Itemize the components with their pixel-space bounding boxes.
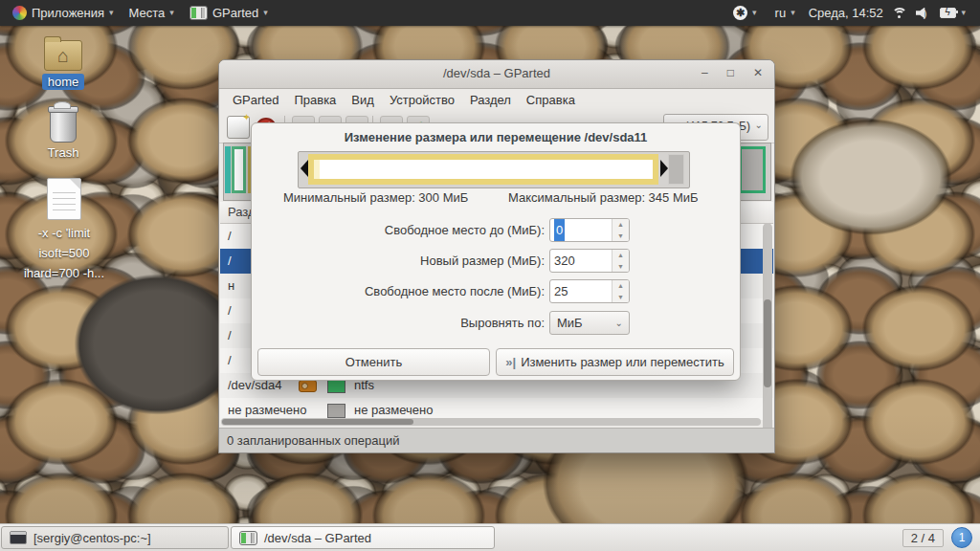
menu-partition[interactable]: Раздел bbox=[462, 93, 519, 107]
applications-menu[interactable]: Приложения ▾ bbox=[8, 0, 119, 26]
align-to-value: МиБ bbox=[557, 312, 583, 334]
keyboard-layout-menu[interactable]: ru ▾ bbox=[770, 0, 800, 26]
free-before-value: 0 bbox=[554, 219, 565, 241]
min-size-label: Минимальный размер: 300 МиБ bbox=[283, 190, 468, 205]
slider-left-handle[interactable] bbox=[301, 160, 308, 177]
spin-buttons[interactable]: ▲▼ bbox=[612, 280, 629, 302]
taskbar: [sergiy@centos-pc:~] /dev/sda – GParted … bbox=[0, 523, 980, 551]
partition-name: не размечено bbox=[228, 398, 306, 420]
app-menu-gparted[interactable]: GParted ▾ bbox=[185, 0, 273, 26]
status-bar: 0 запланированных операций bbox=[219, 428, 774, 452]
free-after-value: 25 bbox=[554, 280, 568, 302]
volume-indicator[interactable]: ) bbox=[916, 8, 927, 19]
accessibility-menu[interactable]: ✱ ▾ bbox=[728, 0, 762, 26]
menu-help[interactable]: Справка bbox=[519, 93, 583, 107]
clock[interactable]: Среда, 14:52 bbox=[809, 6, 883, 20]
trash-icon-label: Trash bbox=[34, 145, 92, 160]
max-size-label: Максимальный размер: 345 МиБ bbox=[508, 190, 699, 205]
chevron-down-icon: ▾ bbox=[169, 9, 174, 17]
dialog-title: Изменение размера или перемещение /dev/s… bbox=[252, 130, 740, 144]
vertical-scrollbar[interactable] bbox=[763, 223, 772, 443]
taskbar-gparted-button[interactable]: /dev/sda – GParted bbox=[231, 526, 495, 549]
minimize-button[interactable]: – bbox=[702, 66, 708, 79]
align-to-label: Выровнять по: bbox=[257, 311, 545, 336]
resize-dialog: Изменение размера или перемещение /dev/s… bbox=[251, 122, 741, 381]
desktop: Приложения ▾ Места ▾ GParted ▾ ✱ ▾ ru ▾ bbox=[0, 0, 980, 551]
file-label-line2: isoft=500 bbox=[11, 243, 117, 263]
places-menu-label: Места bbox=[129, 6, 166, 20]
distro-logo-icon bbox=[12, 6, 27, 20]
free-before-label: Свободное место до (МиБ): bbox=[257, 218, 545, 243]
chevron-down-icon: ▾ bbox=[961, 9, 966, 17]
applications-menu-label: Приложения bbox=[32, 6, 104, 20]
desktop-icon-file[interactable]: -x -c 'limit isoft=500 ihard=700 -h... bbox=[11, 178, 117, 283]
partition-segment-teal[interactable] bbox=[225, 146, 231, 193]
battery-menu[interactable]: ϟ ▾ bbox=[935, 0, 970, 26]
table-row-unallocated[interactable]: не размечено не размечено bbox=[220, 398, 773, 420]
home-folder-icon: ⌂ bbox=[44, 40, 82, 71]
desktop-icon-trash[interactable]: Trash bbox=[34, 109, 92, 160]
menu-gparted[interactable]: GParted bbox=[225, 93, 286, 107]
gparted-titlebar[interactable]: /dev/sda – GParted – □ ✕ bbox=[219, 60, 774, 89]
spin-up-icon: ▲ bbox=[612, 280, 629, 291]
resize-move-icon: »| bbox=[505, 355, 516, 369]
gparted-window-label: /dev/sda – GParted bbox=[264, 531, 371, 545]
workspace-indicator[interactable]: 2 / 4 bbox=[902, 529, 944, 547]
scrollbar-thumb[interactable] bbox=[222, 419, 413, 425]
filesystem-color-swatch bbox=[327, 379, 345, 393]
chevron-down-icon: ⌄ bbox=[615, 312, 623, 334]
chevron-down-icon: ▾ bbox=[752, 9, 757, 17]
new-size-value: 320 bbox=[554, 250, 575, 272]
free-after-spinbox[interactable]: 25 ▲▼ bbox=[549, 279, 630, 303]
filesystem-label: не размечено bbox=[354, 398, 433, 420]
chevron-down-icon: ▾ bbox=[263, 9, 268, 17]
accessibility-icon: ✱ bbox=[733, 6, 747, 20]
window-title: /dev/sda – GParted bbox=[219, 66, 774, 80]
top-panel: Приложения ▾ Места ▾ GParted ▾ ✱ ▾ ru ▾ bbox=[0, 0, 980, 26]
partition-segment-green-right[interactable] bbox=[739, 146, 766, 193]
slider-right-handle[interactable] bbox=[660, 160, 668, 177]
resize-slider[interactable] bbox=[298, 151, 690, 188]
gparted-icon bbox=[239, 531, 257, 545]
desktop-icon-home[interactable]: ⌂ home bbox=[34, 40, 92, 90]
align-to-dropdown[interactable]: МиБ ⌄ bbox=[549, 311, 630, 335]
slider-partition-area[interactable] bbox=[308, 154, 658, 185]
cancel-button[interactable]: Отменить bbox=[257, 348, 490, 376]
key-lock-icon bbox=[299, 380, 317, 392]
terminal-icon bbox=[10, 531, 27, 544]
wifi-icon[interactable] bbox=[892, 7, 907, 19]
app-menu-label: GParted bbox=[212, 6, 258, 20]
filesystem-color-swatch bbox=[327, 404, 345, 418]
places-menu[interactable]: Места ▾ bbox=[124, 0, 179, 26]
new-partition-icon[interactable] bbox=[227, 116, 250, 139]
partition-segment-green[interactable] bbox=[232, 146, 246, 193]
resize-move-button[interactable]: »|Изменить размер или переместить bbox=[496, 348, 734, 376]
file-label-line1: -x -c 'limit bbox=[11, 223, 117, 243]
taskbar-terminal-button[interactable]: [sergiy@centos-pc:~] bbox=[1, 526, 229, 549]
gparted-icon bbox=[189, 6, 208, 20]
battery-icon: ϟ bbox=[940, 8, 956, 18]
spin-buttons[interactable]: ▲▼ bbox=[612, 250, 629, 272]
maximize-button[interactable]: □ bbox=[727, 66, 734, 79]
menu-device[interactable]: Устройство bbox=[382, 93, 462, 107]
scrollbar-thumb[interactable] bbox=[764, 299, 771, 387]
free-after-label: Свободное место после (МиБ): bbox=[257, 279, 545, 304]
terminal-window-label: [sergiy@centos-pc:~] bbox=[33, 531, 151, 545]
spin-down-icon: ▼ bbox=[612, 261, 629, 272]
spin-buttons[interactable]: ▲▼ bbox=[612, 219, 629, 241]
menu-view[interactable]: Вид bbox=[344, 93, 382, 107]
speaker-icon bbox=[916, 8, 929, 19]
home-icon-label: home bbox=[42, 74, 85, 90]
slider-free-after-area[interactable] bbox=[668, 154, 684, 185]
free-before-spinbox[interactable]: 0 ▲▼ bbox=[549, 218, 630, 242]
menu-edit[interactable]: Правка bbox=[286, 93, 344, 107]
horizontal-scrollbar[interactable] bbox=[221, 418, 761, 426]
close-button[interactable]: ✕ bbox=[753, 66, 763, 79]
notification-badge[interactable]: 1 bbox=[951, 527, 972, 548]
spin-down-icon: ▼ bbox=[612, 292, 629, 302]
new-size-spinbox[interactable]: 320 ▲▼ bbox=[549, 249, 630, 273]
chevron-down-icon: ⌄ bbox=[755, 120, 763, 130]
trash-icon bbox=[50, 109, 77, 143]
new-size-label: Новый размер (МиБ): bbox=[257, 249, 545, 274]
spin-down-icon: ▼ bbox=[612, 231, 629, 241]
